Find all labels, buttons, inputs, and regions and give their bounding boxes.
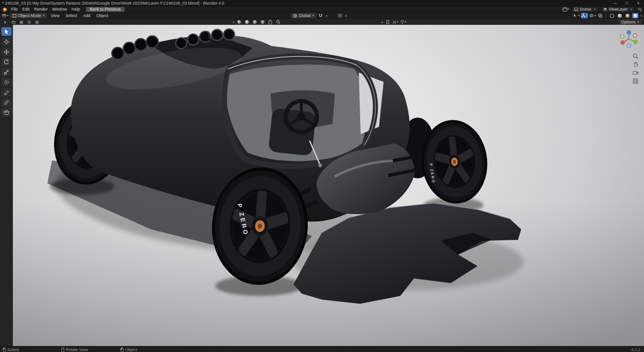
menu-window[interactable]: Window (50, 7, 69, 11)
menu-object[interactable]: Object (94, 13, 110, 18)
proportional-edit-icon[interactable] (337, 13, 343, 18)
blender-version: 4.0.2 (631, 346, 640, 352)
menu-select[interactable]: Select (63, 13, 79, 18)
blender-logo-icon[interactable] (2, 7, 7, 12)
bookmark-icon[interactable] (385, 19, 391, 25)
select-box-tool[interactable] (1, 27, 12, 36)
clear-scene-icon[interactable]: × (594, 7, 596, 11)
minimize-button[interactable]: ─ (610, 0, 621, 6)
status-rotate-hint: Rotate View (66, 347, 88, 352)
menu-help[interactable]: Help (69, 7, 83, 11)
topbar-right-group: Scene × ViewLayer × (563, 7, 642, 12)
scene-selector-label: Scene (580, 7, 592, 11)
tool-settings-bar: Options (0, 18, 644, 25)
world-sphere-icon[interactable] (236, 19, 242, 25)
selectability-visibility-dropdown[interactable] (573, 13, 580, 18)
view-options-dropdown[interactable] (381, 20, 383, 24)
close-button[interactable]: × (632, 0, 644, 6)
matcap-sphere-icon[interactable] (244, 19, 250, 25)
zoom-icon[interactable] (632, 53, 638, 59)
search-icon[interactable] (275, 19, 282, 25)
scene-icon (574, 7, 578, 11)
rotate-tool[interactable] (1, 57, 12, 66)
new-viewlayer-icon[interactable] (638, 7, 642, 11)
maximize-button[interactable]: □ (621, 0, 632, 6)
shading-solid-button[interactable] (616, 13, 623, 18)
transform-icon (4, 79, 9, 85)
clear-viewlayer-icon[interactable]: × (630, 7, 632, 11)
collection-toggle-icon[interactable] (26, 19, 32, 25)
menu-render[interactable]: Render (32, 7, 50, 11)
gizmo-y-axis[interactable] (633, 40, 638, 44)
navigation-gizmo[interactable] (617, 28, 640, 51)
orthographic-grid-icon[interactable] (632, 78, 638, 84)
proportional-edit-dropdown[interactable] (345, 13, 347, 18)
shading-material-button[interactable] (624, 13, 631, 18)
preview-dropdown[interactable] (232, 20, 235, 24)
show-gizmo-toggle[interactable] (581, 13, 588, 18)
gizmo-z-axis[interactable] (627, 30, 631, 35)
filter-icon[interactable] (400, 19, 407, 25)
menu-add[interactable]: Add (80, 13, 92, 18)
window-titlebar[interactable]: * 240106_03 [G:\My Drive\System Restore … (0, 0, 644, 6)
snap-magnet-icon[interactable] (317, 13, 324, 18)
shading-wireframe-button[interactable] (609, 13, 615, 18)
select-box-icon (4, 29, 9, 34)
snap-settings-dropdown[interactable] (325, 13, 328, 18)
back-to-previous-button[interactable]: Back to Previous (86, 7, 125, 12)
options-label: Options (621, 20, 635, 24)
mouse-right-icon (121, 347, 124, 352)
viewport-3d[interactable]: P ZERO P ZERO (13, 25, 644, 346)
mouse-left-icon (3, 347, 6, 352)
gizmo-x-neg[interactable] (633, 34, 637, 37)
collection-toggle-icon[interactable] (10, 19, 17, 25)
viewlayer-icon (603, 7, 607, 11)
scale-tool[interactable] (1, 68, 12, 76)
gizmo-y-neg[interactable] (621, 34, 624, 38)
viewlayer-selector[interactable]: ViewLayer × (601, 7, 634, 12)
shading-rendered-button[interactable] (632, 13, 638, 18)
collection-toggle-icon[interactable] (34, 19, 40, 25)
options-dropdown[interactable]: Options (619, 19, 641, 25)
move-icon (4, 49, 9, 55)
orientation-global-icon (293, 14, 297, 18)
pan-hand-icon[interactable] (632, 62, 638, 68)
topbar-menubar: File Edit Render Window Help Back to Pre… (0, 6, 644, 12)
menu-file[interactable]: File (9, 7, 20, 11)
menu-view[interactable]: View (48, 13, 62, 18)
gizmo-z-neg[interactable] (627, 44, 631, 47)
measure-tool[interactable] (1, 98, 12, 107)
camera-view-icon[interactable] (632, 70, 638, 76)
annotate-tool[interactable] (1, 88, 12, 97)
xray-toggle[interactable] (597, 13, 604, 18)
clipboard-icon[interactable] (267, 19, 274, 25)
cursor-icon (4, 39, 9, 45)
measure-ruler-icon (4, 100, 9, 105)
show-overlays-toggle[interactable] (589, 13, 596, 18)
gizmo-x-axis[interactable] (621, 40, 625, 45)
editor-type-button[interactable] (2, 13, 9, 18)
shading-settings-dropdown[interactable] (640, 13, 642, 18)
transform-orientation-dropdown[interactable]: Global (291, 13, 316, 18)
viewport-render[interactable]: P ZERO P ZERO (13, 25, 644, 346)
add-cube-tool[interactable] (1, 108, 12, 117)
cursor-tool[interactable] (1, 37, 12, 46)
workspace-switch-icon[interactable] (563, 7, 569, 11)
mode-dropdown[interactable]: Object Mode (10, 13, 47, 18)
studio-sphere-icon[interactable] (252, 19, 258, 25)
flat-sphere-icon[interactable] (259, 19, 266, 25)
move-tool[interactable] (1, 47, 12, 56)
blender-window: { "window": { "title": "* 240106_03 [G:\… (0, 0, 644, 352)
active-tool-icon[interactable] (2, 19, 9, 25)
left-toolbar (0, 25, 13, 346)
window-title: * 240106_03 [G:\My Drive\System Restore … (2, 1, 224, 6)
status-select-hint: Select (7, 347, 19, 352)
scene-selector[interactable]: Scene × (572, 7, 598, 12)
menu-edit[interactable]: Edit (20, 7, 32, 11)
transform-tool[interactable] (1, 78, 12, 86)
collection-toggle-icon[interactable] (18, 19, 24, 25)
annotate-pen-icon (4, 90, 9, 95)
workspace: P ZERO P ZERO (0, 25, 644, 346)
mouse-middle-icon (61, 347, 64, 352)
display-mode-dropdown[interactable] (392, 19, 399, 25)
